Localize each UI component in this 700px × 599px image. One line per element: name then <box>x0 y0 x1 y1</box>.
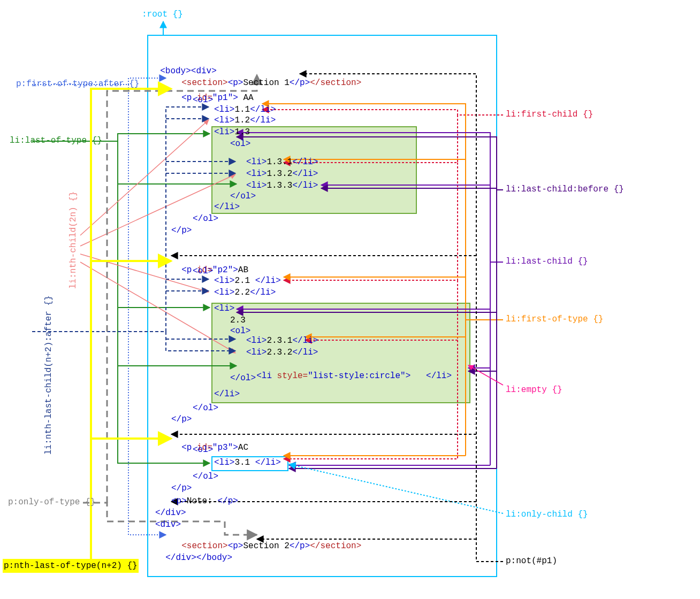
code-li-1-3-3: <li>1.3.3</li> <box>246 181 318 190</box>
code-li-1-3-open: <li>1.3 <box>214 127 250 137</box>
code-li-2-2: <li>2.2</li> <box>214 288 276 297</box>
code-li-1-2: <li>1.2</li> <box>214 116 276 125</box>
sel-first-child: li:first-child {} <box>506 110 593 119</box>
code-ol-1-3: <ol> <box>230 139 250 149</box>
code-ol2-open: <ol> <box>193 266 213 276</box>
code-li-2-3-close: </li> <box>214 389 240 399</box>
code-ol3-open: <ol> <box>193 445 213 455</box>
code-li-2-1: <li>2.1 </li> <box>214 276 281 286</box>
code-ol1-open: <ol> <box>193 95 213 105</box>
sel-first-of-type-after: p:first-of-type:after {} <box>16 79 139 89</box>
code-li-2-3-open: <li> <box>214 304 234 313</box>
code-ol-2-3: <ol> <box>230 326 250 336</box>
sel-last-of-type: li:last-of-type {} <box>10 136 102 145</box>
sel-root: :root {} <box>142 10 183 19</box>
code-li-1-1: <li>1.1</li> <box>214 105 276 114</box>
code-ol2-close: </ol> <box>193 403 218 413</box>
arrows-svg <box>0 0 700 599</box>
code-body-close: </div></body> <box>155 543 232 563</box>
code-ol-2-3-close: </ol> <box>230 373 256 383</box>
code-ol1-close: </ol> <box>193 214 218 224</box>
sel-nth-child-2n: li:nth-child(2n) {} <box>69 191 78 289</box>
code-li-1-3-1: <li>1.3.1</li> <box>246 157 318 167</box>
sel-first-of-type: li:first-of-type {} <box>506 314 603 324</box>
sel-nth-last-of-type: p:nth-last-of-type(n+2) {} <box>3 559 139 573</box>
sel-empty: li:empty {} <box>506 385 562 395</box>
code-div2-open: <div> <box>155 520 181 529</box>
code-li-1-3-2: <li>1.3.2</li> <box>246 169 318 179</box>
code-p2-close: </p> <box>171 414 192 424</box>
code-li-2-3-2: <li>2.3.2</li> <box>246 348 318 357</box>
code-note: <p>Note: </p> <box>171 496 238 506</box>
code-li-styled: <li style="list-style:circle"> </li> <box>246 362 452 381</box>
code-ol-1-3-close: </ol> <box>230 191 256 201</box>
code-div1-close: </div> <box>155 508 186 518</box>
sel-last-child-before: li:last-child:before {} <box>506 185 624 194</box>
sel-only-child: li:only-child {} <box>506 510 588 519</box>
sel-nth-last-child-after: li:nth-last-child(n+2):after {} <box>44 295 54 455</box>
sel-only-of-type: p:only-of-type {} <box>8 497 95 507</box>
code-p1-close: </p> <box>171 226 192 235</box>
code-p3-close: </p> <box>171 483 192 493</box>
code-ol3-close: </ol> <box>193 472 218 481</box>
sel-last-child: li:last-child {} <box>506 257 588 266</box>
code-li-1-3-close: </li> <box>214 202 240 212</box>
code-li-2-3-text: 2.3 <box>230 316 246 325</box>
code-li-3-1: <li>3.1 </li> <box>214 458 281 467</box>
sel-not-p1: p:not(#p1) <box>506 556 557 566</box>
code-li-2-3-1: <li>2.3.1</li> <box>246 336 318 345</box>
